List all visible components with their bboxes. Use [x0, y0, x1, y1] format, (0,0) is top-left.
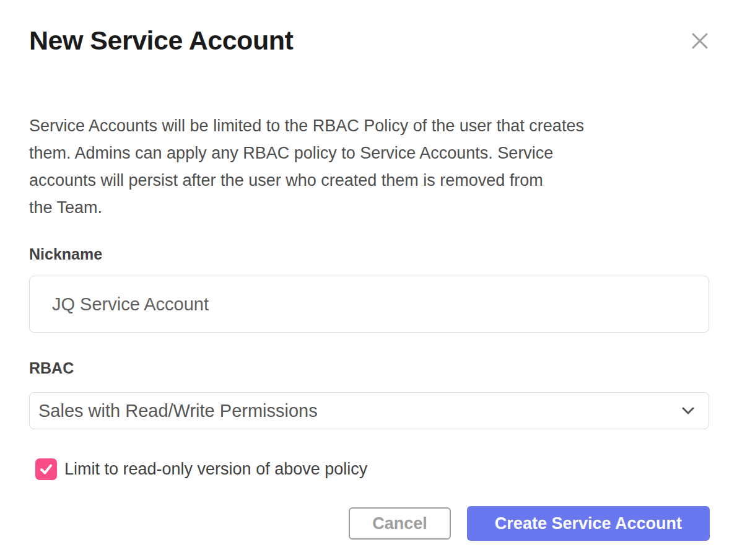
description-line: Service Accounts will be limited to the …: [29, 112, 710, 139]
limit-readonly-checkbox[interactable]: [35, 458, 57, 480]
new-service-account-modal: New Service Account Service Accounts wil…: [0, 0, 737, 560]
modal-description: Service Accounts will be limited to the …: [29, 112, 710, 221]
limit-readonly-checkbox-row[interactable]: Limit to read-only version of above poli…: [35, 458, 710, 480]
rbac-select[interactable]: Sales with Read/Write Permissions: [29, 392, 709, 429]
description-line: accounts will persist after the user who…: [29, 167, 710, 194]
create-service-account-button[interactable]: Create Service Account: [467, 506, 710, 541]
description-line: the Team.: [29, 194, 710, 221]
description-line: them. Admins can apply any RBAC policy t…: [29, 139, 710, 167]
close-button[interactable]: [690, 31, 710, 51]
limit-readonly-checkbox-label: Limit to read-only version of above poli…: [64, 460, 367, 479]
modal-footer: Cancel Create Service Account: [29, 506, 710, 541]
modal-title: New Service Account: [29, 26, 710, 55]
rbac-selected-value: Sales with Read/Write Permissions: [38, 401, 681, 421]
cancel-button[interactable]: Cancel: [349, 507, 451, 540]
close-icon: [691, 32, 709, 50]
chevron-down-icon: [681, 406, 695, 415]
checkmark-icon: [38, 462, 54, 477]
rbac-label: RBAC: [29, 359, 710, 377]
nickname-label: Nickname: [29, 245, 710, 263]
nickname-input[interactable]: [29, 276, 709, 333]
